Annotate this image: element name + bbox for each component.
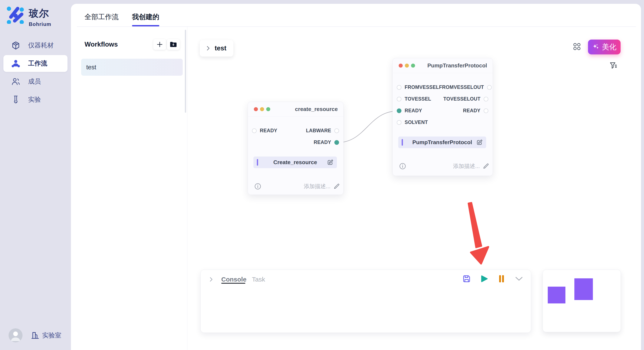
info-icon[interactable] bbox=[254, 183, 261, 190]
add-workflow-button[interactable] bbox=[153, 39, 166, 50]
port-label: FROMVESSEL bbox=[405, 84, 439, 90]
pencil-icon[interactable] bbox=[334, 183, 340, 189]
brand-subtitle: Bohrium bbox=[29, 21, 51, 27]
node-action-button[interactable]: Create_resource bbox=[254, 157, 337, 168]
port-out-labware[interactable] bbox=[334, 128, 339, 133]
command-icon bbox=[573, 42, 581, 51]
port-label: READY bbox=[463, 108, 480, 114]
run-button[interactable] bbox=[480, 275, 488, 283]
brand-text: 玻尔 Bohrium bbox=[29, 6, 51, 27]
port-label: TOVESSEL bbox=[405, 96, 431, 102]
console-tab[interactable]: Console bbox=[221, 276, 246, 283]
sparkles-icon bbox=[592, 43, 600, 51]
port-in-ready[interactable] bbox=[252, 128, 256, 133]
command-palette-button[interactable] bbox=[573, 42, 581, 51]
filter-button[interactable] bbox=[610, 62, 617, 70]
node-title: create_resource bbox=[295, 106, 338, 113]
sidebar: 玻尔 Bohrium 仪器耗材 工作流 成员 bbox=[0, 0, 71, 350]
action-accent-bar bbox=[402, 139, 403, 146]
port-label: READY bbox=[260, 128, 277, 134]
sidebar-item-label: 工作流 bbox=[28, 59, 47, 68]
workspace-label: 实验室 bbox=[42, 331, 61, 340]
description-placeholder[interactable]: 添加描述... bbox=[304, 183, 330, 190]
action-label: PumpTransferProtocol bbox=[412, 139, 472, 146]
task-tab[interactable]: Task bbox=[252, 276, 265, 283]
node-title: PumpTransferProtocol bbox=[428, 62, 487, 69]
node-ports: READY LABWARE READY bbox=[248, 117, 343, 148]
bohrium-logo-icon bbox=[6, 6, 24, 24]
workflow-list-item[interactable]: test bbox=[81, 59, 183, 76]
sidebar-item-label: 仪器耗材 bbox=[28, 41, 54, 50]
breadcrumb[interactable]: test bbox=[200, 40, 234, 57]
port-in-solvent[interactable] bbox=[397, 120, 402, 125]
team-icon bbox=[11, 59, 20, 68]
sidebar-item-members[interactable]: 成员 bbox=[4, 73, 68, 90]
traffic-dots bbox=[254, 107, 270, 111]
port-label: TOVESSELOUT bbox=[444, 96, 480, 102]
brand-logo[interactable]: 玻尔 Bohrium bbox=[6, 6, 51, 27]
plus-icon bbox=[156, 41, 163, 48]
pause-button[interactable] bbox=[497, 275, 506, 283]
import-folder-button[interactable] bbox=[167, 39, 180, 50]
info-icon[interactable] bbox=[399, 163, 406, 170]
edit-icon[interactable] bbox=[476, 139, 483, 146]
collapse-panel-button[interactable] bbox=[515, 275, 523, 283]
traffic-dot-yellow bbox=[405, 64, 409, 68]
brand-name: 玻尔 bbox=[29, 7, 51, 20]
sidebar-item-consumables[interactable]: 仪器耗材 bbox=[4, 37, 68, 54]
package-icon bbox=[11, 41, 20, 50]
description-placeholder[interactable]: 添加描述... bbox=[453, 163, 480, 170]
workflow-item-name: test bbox=[86, 64, 96, 71]
tab-all-workflows[interactable]: 全部工作流 bbox=[84, 12, 118, 22]
minimap[interactable] bbox=[543, 270, 621, 332]
workspace-selector[interactable]: 实验室 bbox=[31, 331, 61, 340]
port-in-fromvessel[interactable] bbox=[397, 85, 402, 90]
sidebar-item-label: 成员 bbox=[28, 77, 41, 86]
building-icon bbox=[31, 332, 39, 339]
header-tabbar: 全部工作流 我创建的 bbox=[71, 4, 641, 26]
beautify-button[interactable]: 美化 bbox=[588, 39, 620, 54]
minimap-node-pump bbox=[574, 278, 593, 300]
port-label: FROMVESSELOUT bbox=[439, 84, 484, 90]
node-create-resource[interactable]: create_resource READY LABWARE READY bbox=[248, 102, 344, 195]
console-expand-icon[interactable] bbox=[208, 276, 214, 283]
play-icon bbox=[480, 275, 488, 283]
sidebar-item-experiments[interactable]: 实验 bbox=[4, 91, 68, 108]
port-out-ready[interactable] bbox=[334, 140, 339, 145]
sidebar-item-workflow[interactable]: 工作流 bbox=[4, 55, 68, 72]
filter-funnel-icon bbox=[610, 62, 617, 70]
port-label: READY bbox=[405, 108, 422, 114]
action-accent-bar bbox=[257, 159, 258, 166]
traffic-dot-yellow bbox=[260, 107, 264, 111]
console-panel: Console Task bbox=[200, 270, 531, 333]
node-action-button[interactable]: PumpTransferProtocol bbox=[398, 137, 486, 148]
traffic-dot-red bbox=[254, 107, 258, 111]
port-out-fromvesselout[interactable] bbox=[487, 85, 492, 90]
edit-icon[interactable] bbox=[327, 159, 334, 166]
tab-created-by-me[interactable]: 我创建的 bbox=[132, 12, 159, 22]
port-in-ready[interactable] bbox=[397, 108, 402, 113]
traffic-dot-red bbox=[399, 64, 403, 68]
port-label: READY bbox=[314, 140, 331, 145]
console-tab-underline bbox=[221, 283, 245, 284]
members-icon bbox=[11, 77, 20, 86]
folder-import-icon bbox=[170, 41, 177, 48]
port-label: SOLVENT bbox=[405, 120, 428, 125]
port-in-tovessel[interactable] bbox=[397, 97, 402, 101]
node-ports: FROMVESSEL FROMVESSELOUT TOVESSEL TOVESS… bbox=[393, 73, 492, 128]
chevron-down-icon bbox=[515, 276, 523, 282]
port-out-tovesselout[interactable] bbox=[484, 97, 488, 101]
avatar[interactable] bbox=[8, 328, 22, 342]
workflows-actions bbox=[153, 39, 180, 50]
traffic-dots bbox=[399, 64, 415, 68]
action-label: Create_resource bbox=[273, 159, 317, 166]
port-out-ready[interactable] bbox=[484, 108, 488, 113]
node-pump-transfer-protocol[interactable]: PumpTransferProtocol FROMVESSEL FROMVESS… bbox=[392, 58, 493, 176]
pencil-icon[interactable] bbox=[483, 163, 489, 169]
traffic-dot-green bbox=[411, 64, 415, 68]
traffic-dot-green bbox=[266, 107, 270, 111]
sidebar-item-label: 实验 bbox=[28, 95, 41, 104]
workflows-title: Workflows bbox=[84, 41, 118, 48]
save-button[interactable] bbox=[462, 275, 471, 283]
workflows-scrollbar-thumb[interactable] bbox=[185, 30, 186, 113]
